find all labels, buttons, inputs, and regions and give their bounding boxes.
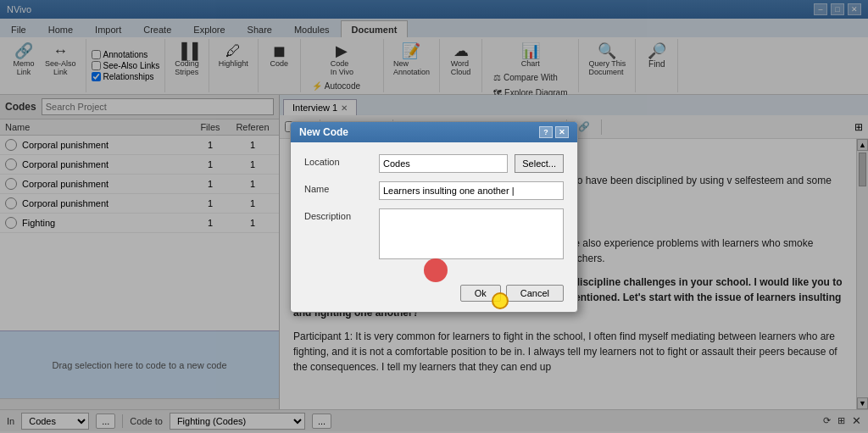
modal-body: Location Select... Name Description <box>291 142 577 280</box>
modal-close-btn[interactable]: ✕ <box>555 126 569 138</box>
modal-titlebar: New Code ? ✕ <box>291 122 577 142</box>
modal-description-field: Description <box>304 208 564 259</box>
modal-cancel-btn[interactable]: Cancel <box>506 285 564 302</box>
new-code-dialog: New Code ? ✕ Location Select... Name Des… <box>290 121 578 313</box>
modal-ok-btn[interactable]: Ok <box>460 285 501 302</box>
modal-name-field: Name <box>304 181 564 200</box>
modal-name-label: Name <box>304 181 372 194</box>
modal-footer: Ok Cancel <box>291 280 577 312</box>
modal-title: New Code <box>299 126 348 138</box>
modal-description-label: Description <box>304 208 372 221</box>
modal-titlebar-btns: ? ✕ <box>539 126 569 138</box>
modal-select-btn[interactable]: Select... <box>515 154 564 173</box>
modal-help-btn[interactable]: ? <box>539 126 553 138</box>
modal-location-input[interactable] <box>379 154 508 173</box>
modal-name-input[interactable] <box>379 181 564 200</box>
modal-location-label: Location <box>304 154 372 167</box>
modal-overlay: New Code ? ✕ Location Select... Name Des… <box>0 0 868 433</box>
modal-location-field: Location Select... <box>304 154 564 173</box>
modal-description-input[interactable] <box>379 208 564 259</box>
